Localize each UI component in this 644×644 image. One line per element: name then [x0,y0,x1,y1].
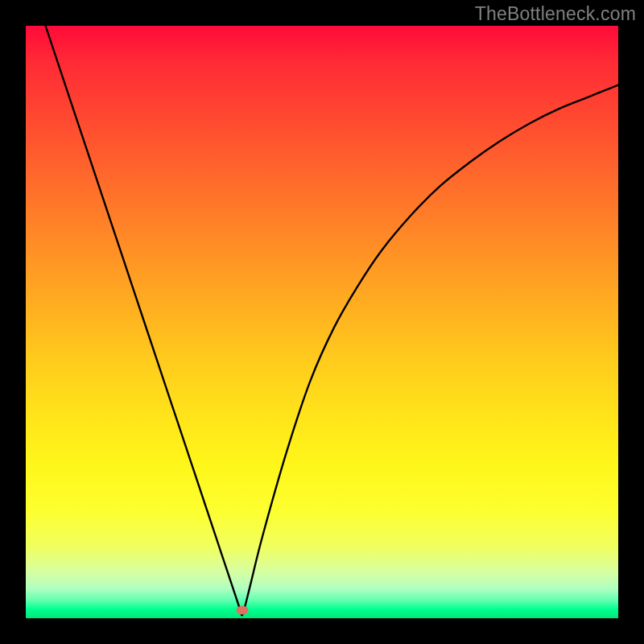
watermark-text: TheBottleneck.com [475,3,636,25]
optimal-point-marker [236,606,248,615]
plot-area [26,26,618,618]
bottleneck-curve [26,26,618,618]
chart-frame: TheBottleneck.com [0,0,644,644]
